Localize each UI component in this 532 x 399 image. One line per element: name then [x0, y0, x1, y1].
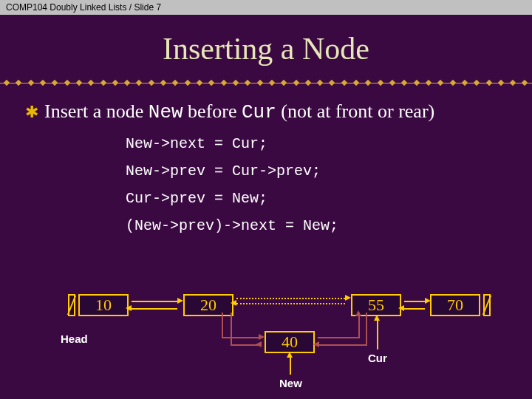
- arrow-new-link: [231, 313, 232, 346]
- cur-label: Cur: [368, 352, 387, 364]
- code-block: New->next = Cur; New->prev = Cur->prev; …: [126, 130, 532, 239]
- head-label: Head: [61, 332, 88, 345]
- arrow-old-prev: [236, 303, 345, 304]
- code-line: Cur->prev = New;: [126, 185, 532, 212]
- arrow-new-link: [222, 337, 259, 338]
- arrow-head-icon: [256, 341, 262, 347]
- arrow-next: [404, 301, 425, 302]
- bullet-item: ✱ Insert a node New before Cur (not at f…: [0, 99, 532, 126]
- bullet-suffix: (not at front or rear): [276, 100, 434, 122]
- keyword-new: New: [149, 101, 183, 123]
- arrow-next: [132, 301, 177, 302]
- arrow-new-link: [366, 313, 367, 346]
- arrow-new-link: [222, 313, 223, 338]
- arrow-head-icon: [398, 305, 404, 311]
- slide-header: COMP104 Doubly Linked Lists / Slide 7: [0, 0, 532, 15]
- node-box: 20: [183, 294, 233, 316]
- arrow-new-link: [318, 344, 366, 346]
- arrow-head-icon: [313, 341, 319, 347]
- code-line: New->prev = Cur->prev;: [126, 157, 532, 185]
- new-label: New: [279, 377, 302, 389]
- slide-title: Inserting a Node: [0, 31, 532, 66]
- linked-list-diagram: 10 20 55 70 40 Head Cur New: [0, 294, 532, 398]
- code-line: (New->prev)->next = New;: [126, 212, 532, 239]
- arrow-head-icon: [259, 334, 265, 340]
- node-box: 70: [430, 294, 480, 316]
- code-line: New->next = Cur;: [126, 130, 532, 157]
- arrow-head-icon: [177, 298, 183, 304]
- new-node-box: 40: [265, 331, 315, 353]
- arrow-head-icon: [355, 310, 361, 316]
- title-divider: [0, 80, 532, 86]
- asterisk-icon: ✱: [25, 103, 38, 122]
- arrow-prev: [132, 308, 177, 310]
- arrow-head-icon: [287, 352, 293, 358]
- bullet-mid: before: [183, 100, 242, 122]
- cur-pointer-line: [377, 318, 378, 349]
- arrow-head-icon: [231, 300, 236, 306]
- arrow-new-link: [318, 337, 358, 338]
- keyword-cur: Cur: [242, 101, 276, 123]
- arrow-head-icon: [374, 315, 380, 321]
- bullet-text: Insert a node New before Cur (not at fro…: [44, 99, 434, 126]
- arrow-new-link: [358, 313, 360, 338]
- null-marker-left: [68, 294, 75, 316]
- arrow-head-icon: [126, 305, 132, 311]
- bullet-prefix: Insert a node: [44, 100, 149, 122]
- null-marker-right: [483, 294, 491, 316]
- arrow-head-icon: [425, 298, 431, 304]
- node-box: 10: [78, 294, 129, 316]
- arrow-old-next: [236, 298, 345, 299]
- arrow-head-icon: [345, 295, 351, 301]
- arrow-prev: [404, 308, 425, 310]
- new-pointer-line: [290, 355, 291, 375]
